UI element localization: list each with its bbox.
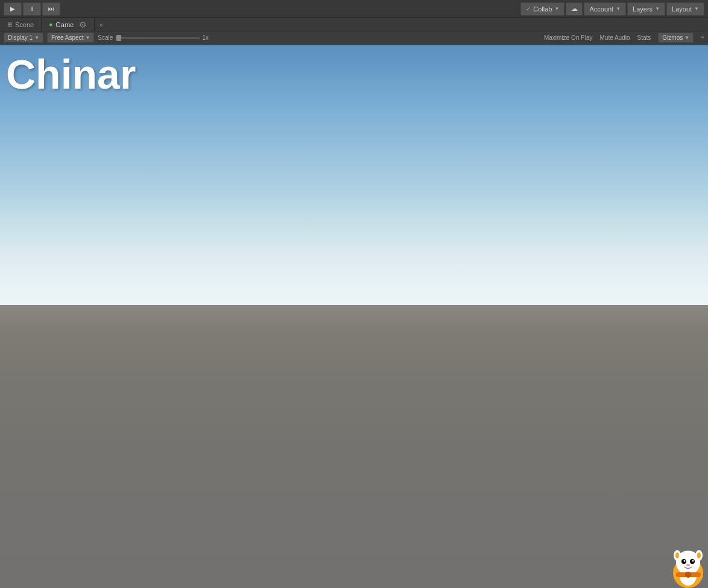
game-view: Chinar — [0, 45, 708, 588]
main-toolbar: ▶ ⏸ ⏭ ✓ Collab ▼ ☁ Account ▼ Layers ▼ La… — [0, 0, 708, 18]
tabs-bar: ⊞ Scene ● Game ⚙ » — [0, 18, 708, 31]
maximize-on-play-label[interactable]: Maximize On Play — [544, 34, 593, 41]
collab-label: Collab — [533, 5, 552, 13]
mute-audio-label[interactable]: Mute Audio — [599, 34, 630, 41]
more-tabs-button[interactable]: » — [95, 18, 107, 31]
svg-point-13 — [685, 572, 691, 578]
account-dropdown-icon: ▼ — [616, 6, 621, 11]
display-label: Display 1 — [8, 34, 33, 41]
layers-button[interactable]: Layers ▼ — [627, 2, 665, 16]
aspect-selector[interactable]: Free Aspect ▼ — [47, 33, 94, 43]
svg-point-5 — [684, 560, 686, 562]
stats-label[interactable]: Stats — [637, 34, 651, 41]
svg-point-11 — [697, 552, 701, 558]
pause-button[interactable]: ⏸ — [23, 2, 41, 16]
display-selector[interactable]: Display 1 ▼ — [4, 33, 43, 43]
collab-button[interactable]: ✓ Collab ▼ — [520, 2, 564, 16]
game-toolbar: Display 1 ▼ Free Aspect ▼ Scale 1x Maxim… — [0, 31, 708, 45]
collab-dropdown-icon: ▼ — [555, 6, 560, 11]
game-tab-label: Game — [55, 21, 74, 28]
layers-dropdown-icon: ▼ — [655, 6, 660, 11]
playback-controls: ▶ ⏸ ⏭ — [4, 2, 60, 16]
play-button[interactable]: ▶ — [4, 2, 22, 16]
gizmos-button[interactable]: Gizmos ▼ — [658, 33, 694, 43]
collab-check-icon: ✓ — [526, 5, 531, 12]
account-button[interactable]: Account ▼ — [584, 2, 626, 16]
scale-section: Scale 1x — [98, 34, 209, 41]
scale-value: 1x — [202, 34, 209, 41]
game-title: Chinar — [6, 51, 136, 98]
step-button[interactable]: ⏭ — [42, 2, 60, 16]
cloud-icon: ☁ — [571, 5, 578, 13]
gizmos-label: Gizmos — [662, 34, 683, 41]
display-dropdown-icon: ▼ — [34, 35, 39, 40]
game-toolbar-right: Maximize On Play Mute Audio Stats Gizmos… — [544, 33, 704, 43]
svg-point-7 — [686, 564, 690, 566]
layout-label: Layout — [672, 5, 692, 13]
svg-point-6 — [692, 560, 694, 562]
ground-background — [0, 305, 708, 588]
scale-slider-thumb — [116, 35, 121, 41]
layers-label: Layers — [633, 5, 653, 13]
mascot-svg — [669, 546, 708, 588]
layout-dropdown-icon: ▼ — [694, 6, 699, 11]
account-label: Account — [589, 5, 613, 13]
svg-point-10 — [675, 552, 679, 558]
aspect-dropdown-icon: ▼ — [85, 35, 90, 40]
gizmos-dropdown-icon: ▼ — [684, 35, 689, 40]
unity-mascot — [669, 546, 708, 588]
scale-slider[interactable] — [115, 37, 200, 39]
layout-button[interactable]: Layout ▼ — [666, 2, 704, 16]
game-tab-settings-icon[interactable]: ⚙ — [79, 20, 87, 30]
scene-tab-icon: ⊞ — [7, 21, 12, 28]
scale-text-label: Scale — [98, 34, 113, 41]
tab-scene[interactable]: ⊞ Scene — [0, 18, 42, 31]
toolbar-right-group: ✓ Collab ▼ ☁ Account ▼ Layers ▼ Layout ▼ — [520, 2, 704, 16]
game-tab-icon: ● — [49, 21, 52, 28]
tab-game[interactable]: ● Game ⚙ — [42, 18, 95, 31]
scene-tab-label: Scene — [15, 21, 34, 28]
game-toolbar-overflow-icon[interactable]: ≡ — [701, 34, 704, 41]
aspect-label: Free Aspect — [51, 34, 83, 41]
cloud-button[interactable]: ☁ — [566, 2, 583, 16]
